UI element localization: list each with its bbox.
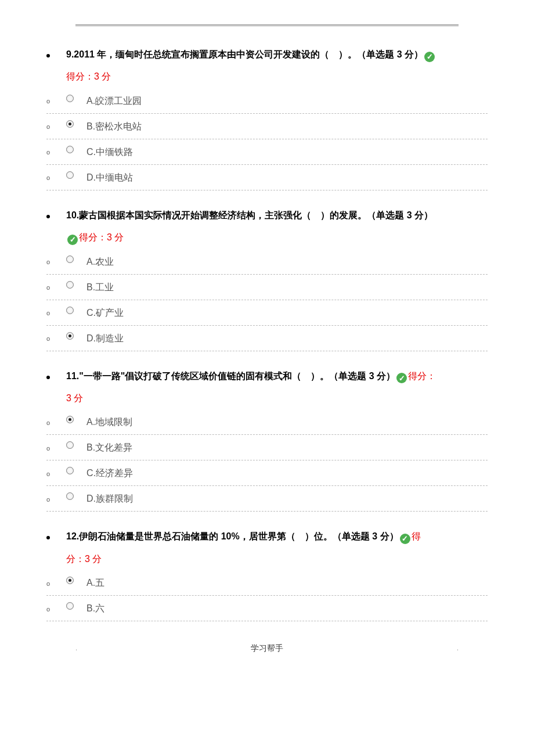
option-row[interactable]: oB.六 [46,596,488,621]
question-row: 11."一带一路"倡议打破了传统区域价值链的固有模式和（ ）。（单选题 3 分）… [46,365,488,410]
radio-input[interactable] [66,171,74,179]
option-row[interactable]: oA.农业 [46,249,488,275]
option-text: B.密松水电站 [86,121,142,133]
option-bullet: o [46,98,50,105]
question-block: 9.2011 年，缅甸时任总统宣布搁置原本由中资公司开发建设的（ ）。（单选题 … [46,44,488,88]
radio-input[interactable] [66,577,74,584]
radio-input[interactable] [66,146,74,153]
question-row: 10.蒙古国根据本国实际情况开始调整经济结构，主张强化（ ）的发展。（单选题 3… [46,204,488,249]
radio-input[interactable] [66,416,74,423]
option-text: A.五 [86,577,104,589]
check-icon [424,52,435,62]
option-text: C.中缅铁路 [86,146,133,159]
radio-input[interactable] [66,467,74,474]
option-text: B.文化差异 [86,442,132,454]
question-stem: 11."一带一路"倡议打破了传统区域价值链的固有模式和（ ）。（单选题 3 分） [66,371,395,381]
option-text: D.制造业 [86,333,124,345]
option-bullet: o [46,445,50,452]
radio-input[interactable] [66,307,74,314]
option-bullet: o [46,580,50,587]
option-row[interactable]: oC.经济差异 [46,460,488,486]
bullet-icon [46,215,50,218]
option-bullet: o [46,335,50,342]
radio-input[interactable] [66,95,74,102]
radio-input[interactable] [66,120,74,128]
option-row[interactable]: oA.皎漂工业园 [46,88,488,114]
option-text: D.中缅电站 [86,172,133,184]
page-footer: . . 学习帮手 [23,645,511,654]
option-row[interactable]: oB.密松水电站 [46,114,488,139]
score-text: 3 分 [66,393,83,403]
radio-input[interactable] [66,332,74,340]
option-row[interactable]: oA.五 [46,570,488,596]
question-text-wrap: 12.伊朗石油储量是世界总石油储量的 10%，居世界第（ ）位。（单选题 3 分… [66,525,488,570]
option-row[interactable]: oB.工业 [46,275,488,300]
option-text: A.农业 [86,256,114,268]
question-stem: 12.伊朗石油储量是世界总石油储量的 10%，居世界第（ ）位。（单选题 3 分… [66,531,399,541]
score-text: 得分：3 分 [66,71,111,81]
option-bullet: o [46,470,50,477]
question-stem: 9.2011 年，缅甸时任总统宣布搁置原本由中资公司开发建设的（ ）。（单选题 … [66,49,423,59]
footer-center-text: 学习帮手 [75,643,459,654]
check-icon [67,235,78,245]
bullet-icon [46,54,50,57]
check-icon [396,373,407,383]
question-stem: 10.蒙古国根据本国实际情况开始调整经济结构，主张强化（ ）的发展。（单选题 3… [66,210,433,220]
radio-input[interactable] [66,602,74,610]
option-text: B.六 [86,603,104,615]
score-text: 得分：3 分 [79,232,124,242]
bullet-icon [46,536,50,539]
option-row[interactable]: oC.中缅铁路 [46,139,488,165]
question-block: 10.蒙古国根据本国实际情况开始调整经济结构，主张强化（ ）的发展。（单选题 3… [46,204,488,249]
score-text: 分：3 分 [66,554,102,564]
question-row: 9.2011 年，缅甸时任总统宣布搁置原本由中资公司开发建设的（ ）。（单选题 … [46,44,488,88]
option-bullet: o [46,496,50,503]
option-row[interactable]: oD.中缅电站 [46,165,488,190]
radio-input[interactable] [66,492,74,500]
option-bullet: o [46,174,50,181]
option-row[interactable]: oD.族群限制 [46,486,488,512]
footer-right-mark: . [457,645,459,651]
question-block: 11."一带一路"倡议打破了传统区域价值链的固有模式和（ ）。（单选题 3 分）… [46,365,488,410]
option-row[interactable]: oC.矿产业 [46,300,488,326]
option-text: C.经济差异 [86,467,133,480]
check-icon [400,534,410,544]
option-text: D.族群限制 [86,493,133,505]
question-block: 12.伊朗石油储量是世界总石油储量的 10%，居世界第（ ）位。（单选题 3 分… [46,525,488,570]
option-bullet: o [46,309,50,316]
option-bullet: o [46,606,50,613]
score-text: 得 [412,531,421,541]
option-bullet: o [46,419,50,426]
option-row[interactable]: oA.地域限制 [46,409,488,435]
question-text-wrap: 9.2011 年，缅甸时任总统宣布搁置原本由中资公司开发建设的（ ）。（单选题 … [66,44,488,88]
option-text: B.工业 [86,282,114,294]
question-row: 12.伊朗石油储量是世界总石油储量的 10%，居世界第（ ）位。（单选题 3 分… [46,525,488,570]
score-text: 得分： [408,371,436,381]
header-rule [75,24,459,26]
option-row[interactable]: oD.制造业 [46,326,488,351]
radio-input[interactable] [66,281,74,289]
radio-input[interactable] [66,255,74,263]
option-bullet: o [46,258,50,265]
option-bullet: o [46,149,50,156]
question-text-wrap: 11."一带一路"倡议打破了传统区域价值链的固有模式和（ ）。（单选题 3 分）… [66,365,488,410]
option-bullet: o [46,284,50,291]
bullet-icon [46,376,50,379]
footer-left-mark: . [75,645,77,651]
option-text: C.矿产业 [86,307,124,319]
option-text: A.地域限制 [86,416,132,429]
option-row[interactable]: oB.文化差异 [46,435,488,460]
option-text: A.皎漂工业园 [86,95,142,107]
question-text-wrap: 10.蒙古国根据本国实际情况开始调整经济结构，主张强化（ ）的发展。（单选题 3… [66,204,488,249]
option-bullet: o [46,123,50,130]
radio-input[interactable] [66,441,74,449]
questions-container: 9.2011 年，缅甸时任总统宣布搁置原本由中资公司开发建设的（ ）。（单选题 … [23,44,511,621]
